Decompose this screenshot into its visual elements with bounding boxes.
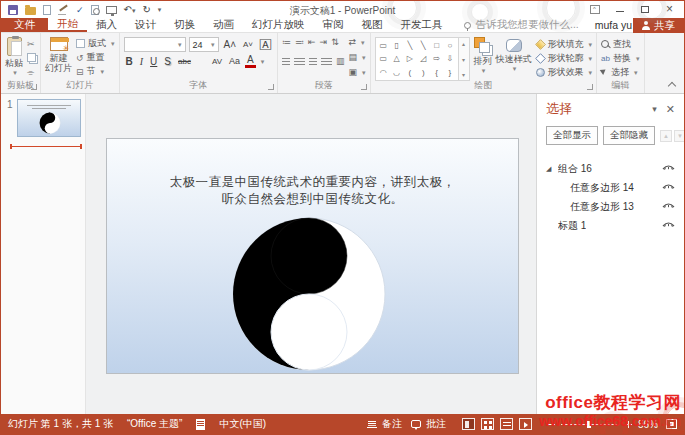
user-name[interactable]: mufa yu xyxy=(595,18,632,32)
shape-glyph[interactable]: △ xyxy=(394,54,400,63)
line-spacing-button[interactable]: ⇅ xyxy=(331,37,339,48)
shape-glyph[interactable]: ╲ xyxy=(408,41,413,50)
shape-glyph[interactable]: ⇨ xyxy=(433,54,440,63)
shape-glyph[interactable]: ◿ xyxy=(420,54,426,63)
paste-button[interactable]: 粘贴 ▾ xyxy=(5,37,23,78)
cut-button[interactable]: ✂ xyxy=(27,38,36,49)
new-document-icon[interactable] xyxy=(43,5,51,15)
ribbon-display-options-button[interactable]: ^ xyxy=(582,1,607,17)
shape-glyph[interactable]: ⇩ xyxy=(447,54,454,63)
language-status[interactable]: 中文(中国) xyxy=(219,417,266,431)
slide-thumbnail[interactable] xyxy=(17,99,81,137)
clear-formatting-button[interactable]: 🄰 xyxy=(258,38,273,51)
tab-design[interactable]: 设计 xyxy=(126,18,165,32)
shape-glyph[interactable]: ◠ xyxy=(380,68,387,77)
shape-glyph[interactable]: ○ xyxy=(447,41,452,50)
shape-fill-button[interactable]: 形状填充▾ xyxy=(536,39,593,50)
dialog-launcher-icon[interactable] xyxy=(31,84,37,90)
tab-animations[interactable]: 动画 xyxy=(204,18,243,32)
justify-button[interactable] xyxy=(321,58,332,66)
shape-glyph[interactable]: □ xyxy=(434,41,439,50)
selection-item-group[interactable]: ◢ 组合 16 xyxy=(546,159,675,178)
dialog-launcher-icon[interactable] xyxy=(587,84,593,90)
selection-item-freeform[interactable]: 任意多边形 13 xyxy=(546,197,675,216)
shape-glyph[interactable]: ▯ xyxy=(394,41,398,50)
italic-button[interactable]: I xyxy=(138,55,145,68)
spell-check-icon[interactable]: ✓ xyxy=(76,5,84,15)
pane-close-icon[interactable]: ✕ xyxy=(666,103,675,116)
dialog-launcher-icon[interactable] xyxy=(361,84,367,90)
visibility-eye-icon[interactable] xyxy=(662,202,675,211)
customize-qat-icon[interactable]: ▾ xyxy=(158,6,162,14)
reset-button[interactable]: ↺重置 xyxy=(76,52,115,63)
tab-developer[interactable]: 开发工具 xyxy=(392,18,452,32)
shape-glyph[interactable]: { xyxy=(435,68,438,77)
align-right-button[interactable] xyxy=(309,58,317,66)
tab-review[interactable]: 审阅 xyxy=(314,18,353,32)
zoom-in-button[interactable] xyxy=(625,421,632,428)
shape-glyph[interactable]: ) xyxy=(422,68,425,77)
selection-item-title[interactable]: 标题 1 xyxy=(546,216,675,235)
character-spacing-button[interactable]: AV xyxy=(210,55,224,68)
shape-glyph[interactable]: ( xyxy=(409,68,412,77)
visibility-eye-icon[interactable] xyxy=(662,164,675,173)
text-direction-button[interactable]: ⇄▾ xyxy=(349,37,366,48)
minimize-button[interactable] xyxy=(607,1,632,17)
chevron-down-icon[interactable]: ▾ xyxy=(261,58,265,66)
slide-canvas[interactable]: 太极一直是中国传统武术的重要内容，讲到太极， 听众自然会想到中国传统文化。 xyxy=(106,138,519,374)
send-backward-button[interactable]: ▼ xyxy=(674,130,685,142)
reading-view-button[interactable] xyxy=(500,418,513,430)
slide-sorter-view-button[interactable] xyxy=(481,418,494,430)
text-shadow-button[interactable]: S xyxy=(162,55,173,68)
slide-counter[interactable]: 幻灯片 第 1 张，共 1 张 xyxy=(8,417,113,431)
more-shapes-icon[interactable]: ▾ xyxy=(462,71,465,78)
align-left-button[interactable] xyxy=(282,58,290,66)
shape-glyph[interactable]: ▭ xyxy=(379,54,387,63)
convert-smartart-button[interactable]: ▣▾ xyxy=(349,67,366,78)
bring-forward-button[interactable]: ▲ xyxy=(660,130,672,142)
shape-glyph[interactable]: ▷ xyxy=(407,54,413,63)
slideshow-view-button[interactable] xyxy=(519,418,532,430)
tree-expanded-icon[interactable]: ◢ xyxy=(546,165,558,173)
increase-indent-button[interactable]: ⇥ xyxy=(320,37,328,48)
selection-item-freeform[interactable]: 任意多边形 14 xyxy=(546,178,675,197)
fit-to-window-button[interactable] xyxy=(666,419,677,429)
tab-view[interactable]: 视图 xyxy=(353,18,392,32)
change-case-button[interactable]: Aa xyxy=(227,55,242,68)
tell-me-box[interactable]: 告诉我您想要做什么... xyxy=(464,18,579,32)
theme-name[interactable]: “Office 主题” xyxy=(127,417,182,431)
new-slide-button[interactable]: 新建 幻灯片 xyxy=(45,37,72,73)
zoom-out-button[interactable] xyxy=(548,424,555,425)
comments-toggle[interactable]: 批注 xyxy=(411,417,446,431)
strikethrough-button[interactable]: abc xyxy=(176,55,193,68)
zoom-percentage[interactable]: 56% xyxy=(638,419,658,430)
columns-button[interactable]: ▥ xyxy=(336,56,345,67)
tab-slideshow[interactable]: 幻灯片放映 xyxy=(243,18,314,32)
close-button[interactable]: × xyxy=(657,1,682,17)
visibility-eye-icon[interactable] xyxy=(662,183,675,192)
numbering-button[interactable]: ≕ xyxy=(295,37,304,48)
align-text-button[interactable]: ▤▾ xyxy=(349,52,366,63)
section-button[interactable]: ⊟节▾ xyxy=(76,66,115,77)
tab-insert[interactable]: 插入 xyxy=(87,18,126,32)
notes-toggle[interactable]: 备注 xyxy=(367,417,402,431)
collapse-ribbon-button[interactable] xyxy=(668,81,675,88)
slide-title-text[interactable]: 太极一直是中国传统武术的重要内容，讲到太极， 听众自然会想到中国传统文化。 xyxy=(107,174,518,208)
align-center-button[interactable] xyxy=(294,58,305,66)
share-button[interactable]: 共享 xyxy=(633,18,684,33)
replace-button[interactable]: ab替换▾ xyxy=(601,53,639,64)
underline-button[interactable]: U xyxy=(148,55,159,68)
tab-transitions[interactable]: 切换 xyxy=(165,18,204,32)
repeat-icon[interactable]: ↻ xyxy=(142,4,150,15)
select-button[interactable]: 选择▾ xyxy=(601,67,639,78)
font-name-combobox[interactable]: ▾ xyxy=(124,37,186,52)
visibility-eye-icon[interactable] xyxy=(662,221,675,230)
font-color-button[interactable]: A xyxy=(245,55,256,68)
zoom-slider-thumb[interactable] xyxy=(587,421,591,428)
shrink-font-button[interactable]: A˅ xyxy=(241,38,255,51)
open-folder-icon[interactable] xyxy=(25,7,36,15)
shape-glyph[interactable]: ▭ xyxy=(379,41,387,50)
grow-font-button[interactable]: A˄ xyxy=(222,38,239,51)
scroll-down-icon[interactable]: ▾ xyxy=(462,56,465,63)
shapes-gallery[interactable]: ▭▯╲╲□○▭△▷◿⇨⇩◠◡(){} xyxy=(375,37,459,81)
